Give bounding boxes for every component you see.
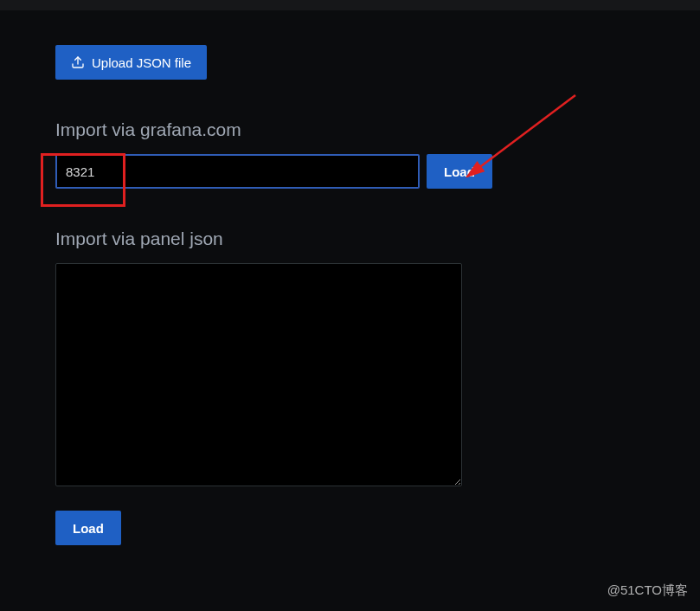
upload-icon — [71, 55, 85, 69]
watermark: @51CTO博客 — [607, 582, 688, 599]
load-grafana-button[interactable]: Load — [427, 154, 492, 189]
import-panel-heading: Import via panel json — [55, 228, 645, 249]
import-grafana-row: Load — [55, 154, 645, 189]
load-panel-button[interactable]: Load — [55, 511, 121, 545]
import-grafana-heading: Import via grafana.com — [55, 119, 645, 140]
upload-json-label: Upload JSON file — [92, 55, 191, 70]
panel-json-textarea[interactable] — [55, 263, 462, 486]
import-form: Upload JSON file Import via grafana.com … — [0, 10, 700, 545]
grafana-url-input[interactable] — [55, 154, 420, 189]
top-strip — [0, 0, 700, 10]
upload-json-button[interactable]: Upload JSON file — [55, 45, 207, 80]
